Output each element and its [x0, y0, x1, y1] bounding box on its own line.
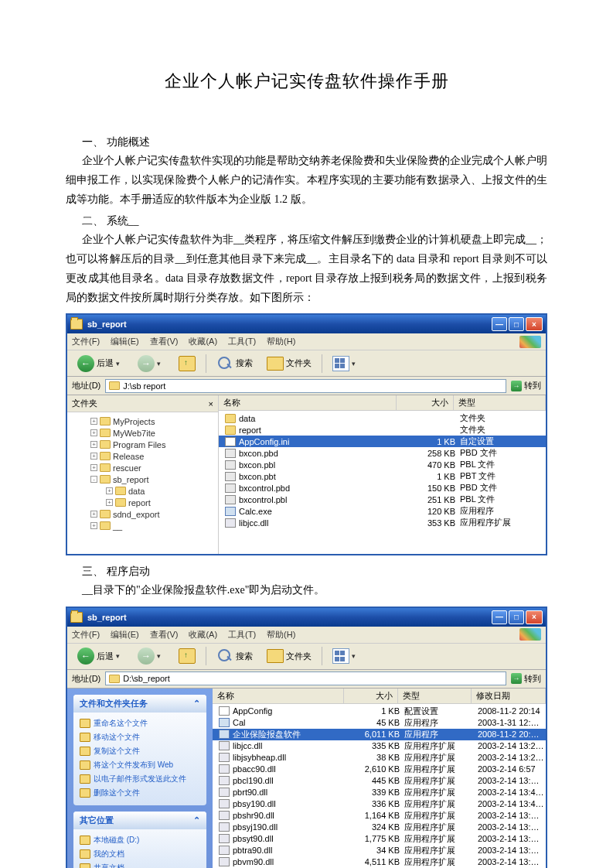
tree-item[interactable]: +Program Files: [75, 439, 215, 450]
list-item[interactable]: bxcontrol.pbl251 KBPBL 文件: [219, 494, 546, 505]
minimize-button[interactable]: —: [492, 610, 507, 624]
expand-icon[interactable]: +: [106, 499, 113, 506]
back-button[interactable]: ←后退▾: [72, 353, 129, 374]
menu-edit[interactable]: 编辑(E): [111, 629, 139, 641]
menu-fav[interactable]: 收藏(A): [189, 629, 217, 641]
forward-button[interactable]: →▾: [132, 353, 170, 374]
expand-icon[interactable]: +: [90, 453, 97, 460]
address-input[interactable]: J:\sb report: [105, 379, 506, 393]
list-item[interactable]: pbrt90.dll339 KB应用程序扩展2003-2-14 13:4…: [213, 787, 546, 798]
back-button[interactable]: ←后退▾: [72, 645, 129, 667]
col-name[interactable]: 名称: [219, 395, 397, 410]
menu-fav[interactable]: 收藏(A): [189, 336, 217, 347]
task-link[interactable]: 复制这个文件: [80, 745, 200, 757]
list-item[interactable]: bxcon.pbl470 KBPBL 文件: [219, 459, 546, 470]
list-item[interactable]: AppConfig.ini1 KB自定设置: [219, 436, 546, 447]
list-item[interactable]: pbtra90.dll34 KB应用程序扩展2003-2-14 13:…: [213, 845, 546, 856]
expand-icon[interactable]: +: [90, 441, 97, 448]
up-button[interactable]: [173, 354, 201, 374]
go-button[interactable]: →转到: [511, 673, 541, 685]
tree-item[interactable]: +rescuer: [75, 462, 215, 473]
task-link[interactable]: 我的文档: [80, 848, 200, 860]
list-item[interactable]: bxcontrol.pbd150 KBPBD 文件: [219, 482, 546, 494]
search-button[interactable]: 搜索: [211, 645, 258, 667]
col-type[interactable]: 类型: [398, 689, 472, 703]
col-type[interactable]: 类型: [454, 395, 546, 410]
up-button[interactable]: [173, 646, 201, 666]
list-item[interactable]: bxcon.pbt1 KBPBT 文件: [219, 470, 546, 482]
task-link[interactable]: 以电子邮件形式发送此文件: [80, 773, 200, 785]
views-button[interactable]: ▾: [327, 354, 365, 374]
tree-item[interactable]: +Release: [75, 450, 215, 462]
file-tasks-header[interactable]: 文件和文件夹任务: [80, 698, 148, 709]
list-item[interactable]: report文件夹: [219, 424, 546, 436]
list-item[interactable]: data文件夹: [219, 412, 546, 424]
other-places-header[interactable]: 其它位置: [80, 815, 114, 826]
list-item[interactable]: pbsyt90.dll1,775 KB应用程序扩展2003-2-14 13:…: [213, 833, 546, 845]
task-link[interactable]: 本地磁盘 (D:): [80, 834, 200, 846]
list-item[interactable]: libjcc.dll335 KB应用程序扩展2003-2-14 13:2…: [213, 740, 546, 752]
menu-tools[interactable]: 工具(T): [228, 336, 256, 347]
folders-button[interactable]: 文件夹: [261, 354, 317, 373]
tree-item[interactable]: +sdnd_export: [75, 508, 215, 520]
menu-help[interactable]: 帮助(H): [267, 336, 295, 347]
tree-item[interactable]: +report: [75, 497, 215, 508]
collapse-icon[interactable]: ⌃: [193, 815, 200, 825]
collapse-icon[interactable]: ⌃: [193, 699, 200, 709]
list-item[interactable]: pbsy190.dll336 KB应用程序扩展2003-2-14 13:4…: [213, 798, 546, 810]
expand-icon[interactable]: +: [90, 464, 97, 471]
col-size[interactable]: 大小: [344, 689, 398, 703]
menu-view[interactable]: 查看(V): [150, 629, 179, 641]
list-item[interactable]: AppConfig1 KB配置设置2008-11-2 20:14: [213, 706, 546, 717]
titlebar[interactable]: sb_report — □ ×: [67, 608, 546, 627]
forward-button[interactable]: →▾: [132, 645, 170, 667]
list-item[interactable]: pbcl190.dll445 KB应用程序扩展2003-2-14 13:…: [213, 775, 546, 787]
tree-item[interactable]: +data: [75, 485, 215, 497]
tree-item[interactable]: -sb_report: [75, 473, 215, 485]
list-item[interactable]: libjsybheap.dll38 KB应用程序扩展2003-2-14 13:2…: [213, 752, 546, 764]
task-link[interactable]: 将这个文件发布到 Web: [80, 759, 200, 771]
tree-item[interactable]: +MyWeb7ite: [75, 427, 215, 439]
menu-tools[interactable]: 工具(T): [228, 629, 256, 641]
maximize-button[interactable]: □: [509, 610, 524, 624]
list-item[interactable]: pbvm90.dll4,511 KB应用程序扩展2003-2-14 13:…: [213, 856, 546, 868]
list-item[interactable]: 企业保险报盘软件6,011 KB应用程序2008-11-2 20:…: [213, 729, 546, 740]
menu-edit[interactable]: 编辑(E): [111, 336, 139, 347]
maximize-button[interactable]: □: [509, 317, 524, 331]
menu-help[interactable]: 帮助(H): [267, 629, 295, 641]
close-panel-button[interactable]: ×: [209, 399, 213, 408]
minimize-button[interactable]: —: [492, 317, 507, 331]
menu-file[interactable]: 文件(F): [72, 336, 100, 347]
list-item[interactable]: libjcc.dll353 KB应用程序扩展: [219, 517, 546, 528]
views-button[interactable]: ▾: [327, 646, 365, 666]
list-item[interactable]: Cal45 KB应用程序2003-1-31 12:…: [213, 717, 546, 729]
col-size[interactable]: 大小: [397, 395, 454, 410]
close-button[interactable]: ×: [526, 610, 543, 624]
expand-icon[interactable]: +: [90, 522, 97, 529]
menu-view[interactable]: 查看(V): [150, 336, 179, 347]
expand-icon[interactable]: -: [90, 476, 97, 483]
list-item[interactable]: pbshr90.dll1,164 KB应用程序扩展2003-2-14 13:…: [213, 810, 546, 822]
col-name[interactable]: 名称: [213, 689, 344, 703]
list-item[interactable]: Calc.exe120 KB应用程序: [219, 505, 546, 517]
close-button[interactable]: ×: [526, 317, 543, 331]
task-link[interactable]: 重命名这个文件: [80, 717, 200, 730]
task-link[interactable]: 移动这个文件: [80, 731, 200, 743]
menu-file[interactable]: 文件(F): [72, 629, 100, 641]
col-date[interactable]: 修改日期: [472, 689, 546, 703]
expand-icon[interactable]: +: [90, 511, 97, 518]
list-item[interactable]: pbsyj190.dll324 KB应用程序扩展2003-2-14 13:…: [213, 822, 546, 833]
expand-icon[interactable]: +: [106, 487, 113, 494]
expand-icon[interactable]: +: [90, 429, 97, 436]
search-button[interactable]: 搜索: [211, 353, 258, 374]
titlebar[interactable]: sb_report — □ ×: [67, 315, 546, 333]
task-link[interactable]: 删除这个文件: [80, 787, 200, 799]
tree-item[interactable]: +__: [75, 520, 215, 531]
folders-button[interactable]: 文件夹: [261, 647, 317, 665]
list-item[interactable]: pbacc90.dll2,610 KB应用程序扩展2003-2-14 6:57: [213, 764, 546, 775]
tree-item[interactable]: +MyProjects: [75, 415, 215, 427]
list-item[interactable]: bxcon.pbd258 KBPBD 文件: [219, 447, 546, 459]
go-button[interactable]: →转到: [511, 380, 541, 391]
address-input[interactable]: D:\sb_report: [105, 672, 506, 685]
expand-icon[interactable]: +: [90, 418, 97, 425]
